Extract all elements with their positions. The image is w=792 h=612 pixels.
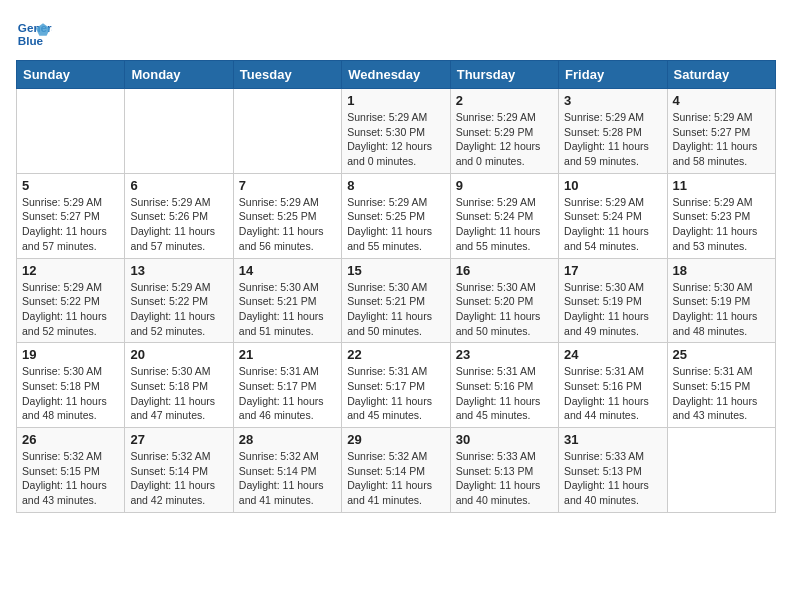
day-info: Sunrise: 5:30 AMSunset: 5:21 PMDaylight:… (239, 280, 336, 339)
day-info: Sunrise: 5:30 AMSunset: 5:19 PMDaylight:… (564, 280, 661, 339)
day-info: Sunrise: 5:30 AMSunset: 5:18 PMDaylight:… (130, 364, 227, 423)
weekday-header-monday: Monday (125, 61, 233, 89)
day-number: 12 (22, 263, 119, 278)
day-number: 1 (347, 93, 444, 108)
calendar-cell: 3Sunrise: 5:29 AMSunset: 5:28 PMDaylight… (559, 89, 667, 174)
calendar-cell: 29Sunrise: 5:32 AMSunset: 5:14 PMDayligh… (342, 428, 450, 513)
day-info: Sunrise: 5:29 AMSunset: 5:28 PMDaylight:… (564, 110, 661, 169)
weekday-header-sunday: Sunday (17, 61, 125, 89)
day-number: 13 (130, 263, 227, 278)
calendar-cell: 28Sunrise: 5:32 AMSunset: 5:14 PMDayligh… (233, 428, 341, 513)
calendar-week-2: 5Sunrise: 5:29 AMSunset: 5:27 PMDaylight… (17, 173, 776, 258)
calendar-cell: 18Sunrise: 5:30 AMSunset: 5:19 PMDayligh… (667, 258, 775, 343)
day-info: Sunrise: 5:32 AMSunset: 5:15 PMDaylight:… (22, 449, 119, 508)
weekday-header-wednesday: Wednesday (342, 61, 450, 89)
day-number: 16 (456, 263, 553, 278)
day-info: Sunrise: 5:29 AMSunset: 5:26 PMDaylight:… (130, 195, 227, 254)
calendar-cell: 26Sunrise: 5:32 AMSunset: 5:15 PMDayligh… (17, 428, 125, 513)
day-number: 26 (22, 432, 119, 447)
day-number: 6 (130, 178, 227, 193)
day-info: Sunrise: 5:29 AMSunset: 5:27 PMDaylight:… (22, 195, 119, 254)
day-info: Sunrise: 5:29 AMSunset: 5:22 PMDaylight:… (22, 280, 119, 339)
weekday-header-saturday: Saturday (667, 61, 775, 89)
day-number: 22 (347, 347, 444, 362)
calendar-cell: 2Sunrise: 5:29 AMSunset: 5:29 PMDaylight… (450, 89, 558, 174)
day-number: 2 (456, 93, 553, 108)
day-number: 21 (239, 347, 336, 362)
calendar-table: SundayMondayTuesdayWednesdayThursdayFrid… (16, 60, 776, 513)
weekday-header-tuesday: Tuesday (233, 61, 341, 89)
weekday-header-thursday: Thursday (450, 61, 558, 89)
day-number: 8 (347, 178, 444, 193)
calendar-cell: 16Sunrise: 5:30 AMSunset: 5:20 PMDayligh… (450, 258, 558, 343)
day-info: Sunrise: 5:29 AMSunset: 5:25 PMDaylight:… (239, 195, 336, 254)
calendar-cell: 22Sunrise: 5:31 AMSunset: 5:17 PMDayligh… (342, 343, 450, 428)
calendar-cell: 12Sunrise: 5:29 AMSunset: 5:22 PMDayligh… (17, 258, 125, 343)
day-number: 9 (456, 178, 553, 193)
day-number: 30 (456, 432, 553, 447)
calendar-week-1: 1Sunrise: 5:29 AMSunset: 5:30 PMDaylight… (17, 89, 776, 174)
day-number: 10 (564, 178, 661, 193)
day-number: 27 (130, 432, 227, 447)
day-info: Sunrise: 5:33 AMSunset: 5:13 PMDaylight:… (564, 449, 661, 508)
day-number: 29 (347, 432, 444, 447)
day-info: Sunrise: 5:29 AMSunset: 5:24 PMDaylight:… (564, 195, 661, 254)
calendar-cell: 15Sunrise: 5:30 AMSunset: 5:21 PMDayligh… (342, 258, 450, 343)
calendar-cell (233, 89, 341, 174)
calendar-cell: 20Sunrise: 5:30 AMSunset: 5:18 PMDayligh… (125, 343, 233, 428)
day-info: Sunrise: 5:29 AMSunset: 5:22 PMDaylight:… (130, 280, 227, 339)
calendar-cell: 13Sunrise: 5:29 AMSunset: 5:22 PMDayligh… (125, 258, 233, 343)
day-number: 17 (564, 263, 661, 278)
calendar-cell: 25Sunrise: 5:31 AMSunset: 5:15 PMDayligh… (667, 343, 775, 428)
day-info: Sunrise: 5:30 AMSunset: 5:21 PMDaylight:… (347, 280, 444, 339)
day-number: 14 (239, 263, 336, 278)
calendar-cell: 30Sunrise: 5:33 AMSunset: 5:13 PMDayligh… (450, 428, 558, 513)
calendar-cell: 24Sunrise: 5:31 AMSunset: 5:16 PMDayligh… (559, 343, 667, 428)
day-info: Sunrise: 5:31 AMSunset: 5:17 PMDaylight:… (347, 364, 444, 423)
calendar-week-4: 19Sunrise: 5:30 AMSunset: 5:18 PMDayligh… (17, 343, 776, 428)
day-info: Sunrise: 5:29 AMSunset: 5:29 PMDaylight:… (456, 110, 553, 169)
day-number: 4 (673, 93, 770, 108)
calendar-cell: 11Sunrise: 5:29 AMSunset: 5:23 PMDayligh… (667, 173, 775, 258)
calendar-cell: 17Sunrise: 5:30 AMSunset: 5:19 PMDayligh… (559, 258, 667, 343)
calendar-cell: 1Sunrise: 5:29 AMSunset: 5:30 PMDaylight… (342, 89, 450, 174)
day-info: Sunrise: 5:32 AMSunset: 5:14 PMDaylight:… (239, 449, 336, 508)
day-info: Sunrise: 5:31 AMSunset: 5:16 PMDaylight:… (564, 364, 661, 423)
calendar-cell: 9Sunrise: 5:29 AMSunset: 5:24 PMDaylight… (450, 173, 558, 258)
day-number: 28 (239, 432, 336, 447)
day-info: Sunrise: 5:29 AMSunset: 5:25 PMDaylight:… (347, 195, 444, 254)
calendar-cell: 21Sunrise: 5:31 AMSunset: 5:17 PMDayligh… (233, 343, 341, 428)
day-info: Sunrise: 5:29 AMSunset: 5:27 PMDaylight:… (673, 110, 770, 169)
day-info: Sunrise: 5:32 AMSunset: 5:14 PMDaylight:… (130, 449, 227, 508)
day-number: 20 (130, 347, 227, 362)
day-number: 19 (22, 347, 119, 362)
day-number: 24 (564, 347, 661, 362)
day-info: Sunrise: 5:30 AMSunset: 5:19 PMDaylight:… (673, 280, 770, 339)
calendar-cell: 31Sunrise: 5:33 AMSunset: 5:13 PMDayligh… (559, 428, 667, 513)
day-number: 18 (673, 263, 770, 278)
day-info: Sunrise: 5:32 AMSunset: 5:14 PMDaylight:… (347, 449, 444, 508)
weekday-header-friday: Friday (559, 61, 667, 89)
day-info: Sunrise: 5:31 AMSunset: 5:16 PMDaylight:… (456, 364, 553, 423)
day-number: 11 (673, 178, 770, 193)
calendar-cell (667, 428, 775, 513)
calendar-cell (17, 89, 125, 174)
day-info: Sunrise: 5:29 AMSunset: 5:24 PMDaylight:… (456, 195, 553, 254)
calendar-header-row: SundayMondayTuesdayWednesdayThursdayFrid… (17, 61, 776, 89)
calendar-cell: 27Sunrise: 5:32 AMSunset: 5:14 PMDayligh… (125, 428, 233, 513)
calendar-cell: 8Sunrise: 5:29 AMSunset: 5:25 PMDaylight… (342, 173, 450, 258)
calendar-week-5: 26Sunrise: 5:32 AMSunset: 5:15 PMDayligh… (17, 428, 776, 513)
day-number: 25 (673, 347, 770, 362)
calendar-cell: 7Sunrise: 5:29 AMSunset: 5:25 PMDaylight… (233, 173, 341, 258)
day-info: Sunrise: 5:30 AMSunset: 5:20 PMDaylight:… (456, 280, 553, 339)
day-number: 5 (22, 178, 119, 193)
day-number: 7 (239, 178, 336, 193)
calendar-cell: 10Sunrise: 5:29 AMSunset: 5:24 PMDayligh… (559, 173, 667, 258)
logo: General Blue (16, 16, 56, 52)
calendar-cell: 6Sunrise: 5:29 AMSunset: 5:26 PMDaylight… (125, 173, 233, 258)
day-number: 23 (456, 347, 553, 362)
day-info: Sunrise: 5:31 AMSunset: 5:17 PMDaylight:… (239, 364, 336, 423)
day-number: 31 (564, 432, 661, 447)
page-header: General Blue (16, 16, 776, 52)
day-number: 3 (564, 93, 661, 108)
